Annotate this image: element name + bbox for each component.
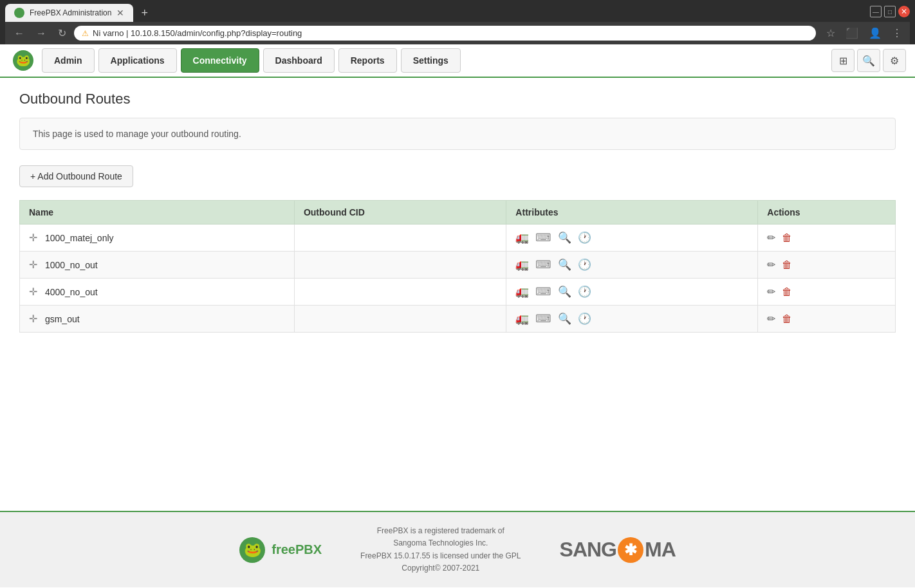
clock-icon: 🕐: [578, 258, 591, 271]
sangoma-prefix: SANG: [560, 538, 616, 562]
sangoma-suffix: MA: [645, 538, 676, 562]
browser-actions: ☆ ⬛ 👤 ⋮: [824, 26, 905, 41]
drag-handle[interactable]: ✛: [29, 313, 37, 324]
dialpad-icon: ⌨: [535, 231, 551, 244]
info-text: This page is used to manage your outboun…: [33, 129, 241, 139]
maximize-button[interactable]: □: [884, 6, 896, 17]
top-nav: 🐸 Admin Applications Connectivity Dashbo…: [0, 44, 915, 78]
dialpad-icon: ⌨: [535, 312, 551, 326]
attr-icons: 🚛 ⌨ 🔍 🕐: [515, 285, 748, 299]
attr-icons: 🚛 ⌨ 🔍 🕐: [515, 312, 748, 326]
outbound-cid-cell: [294, 306, 506, 333]
drag-handle[interactable]: ✛: [29, 286, 37, 297]
nav-gear-icon[interactable]: ⚙: [883, 49, 906, 72]
edit-icon[interactable]: ✏: [767, 313, 775, 325]
table-row: ✛ 1000_no_out 🚛 ⌨ 🔍 🕐 ✏ 🗑: [20, 252, 896, 279]
truck-icon: 🚛: [515, 258, 529, 271]
delete-icon[interactable]: 🗑: [782, 286, 792, 298]
col-header-actions: Actions: [758, 201, 896, 225]
nav-item-applications[interactable]: Applications: [98, 48, 177, 73]
attr-icons: 🚛 ⌨ 🔍 🕐: [515, 231, 748, 244]
tab-favicon: [14, 8, 24, 18]
footer-brand: freePBX: [272, 542, 322, 557]
table-header-row: Name Outbound CID Attributes Actions: [20, 201, 896, 225]
new-tab-button[interactable]: +: [136, 6, 153, 20]
nav-item-admin[interactable]: Admin: [42, 48, 95, 73]
dialpad-icon: ⌨: [535, 285, 551, 299]
action-icons: ✏ 🗑: [767, 259, 886, 271]
nav-grid-icon[interactable]: ⊞: [831, 49, 855, 72]
footer-legal-line3: FreePBX 15.0.17.55 is licensed under the…: [360, 550, 521, 562]
profile-icon[interactable]: 👤: [866, 26, 884, 41]
clock-icon: 🕐: [578, 312, 591, 326]
nav-item-settings[interactable]: Settings: [401, 48, 461, 73]
search-icon: 🔍: [558, 258, 571, 271]
close-button[interactable]: ✕: [898, 6, 910, 17]
footer: 🐸 freePBX FreePBX is a registered tradem…: [0, 511, 915, 587]
drag-handle[interactable]: ✛: [29, 259, 37, 270]
table-row: ✛ gsm_out 🚛 ⌨ 🔍 🕐 ✏ 🗑: [20, 306, 896, 333]
truck-icon: 🚛: [515, 231, 529, 244]
footer-legal-line1: FreePBX is a registered trademark of: [360, 525, 521, 537]
delete-icon[interactable]: 🗑: [782, 232, 792, 244]
tab-close-button[interactable]: ✕: [116, 8, 124, 18]
bookmark-icon[interactable]: ☆: [824, 26, 838, 41]
back-button[interactable]: ←: [10, 26, 28, 41]
edit-icon[interactable]: ✏: [767, 259, 775, 271]
main-content: Outbound Routes This page is used to man…: [0, 78, 915, 511]
outbound-cid-cell: [294, 225, 506, 252]
footer-logo: 🐸 freePBX: [239, 537, 322, 563]
col-header-attributes: Attributes: [506, 201, 758, 225]
action-icons: ✏ 🗑: [767, 313, 886, 325]
nav-item-reports[interactable]: Reports: [338, 48, 397, 73]
minimize-button[interactable]: —: [870, 6, 882, 17]
clock-icon: 🕐: [578, 285, 591, 299]
forward-button[interactable]: →: [32, 26, 50, 41]
footer-legal: FreePBX is a registered trademark of San…: [360, 525, 521, 574]
footer-sangoma: SANG ✱ MA: [560, 537, 676, 563]
nav-item-dashboard[interactable]: Dashboard: [263, 48, 335, 73]
extension-icon[interactable]: ⬛: [843, 26, 861, 41]
sangoma-asterisk-icon: ✱: [618, 537, 643, 563]
table-row: ✛ 1000_matej_only 🚛 ⌨ 🔍 🕐 ✏ 🗑: [20, 225, 896, 252]
edit-icon[interactable]: ✏: [767, 232, 775, 244]
truck-icon: 🚛: [515, 312, 529, 326]
table-row: ✛ 4000_no_out 🚛 ⌨ 🔍 🕐 ✏ 🗑: [20, 279, 896, 306]
attr-icons: 🚛 ⌨ 🔍 🕐: [515, 258, 748, 271]
reload-button[interactable]: ↻: [54, 26, 70, 41]
info-box: This page is used to manage your outboun…: [19, 118, 896, 150]
outbound-cid-cell: [294, 252, 506, 279]
nav-logo: 🐸: [6, 44, 40, 77]
add-button-label: + Add Outbound Route: [30, 171, 122, 181]
active-tab[interactable]: FreePBX Administration ✕: [5, 4, 133, 22]
browser-controls: ← → ↻ ⚠ Ni varno | 10.10.8.150/admin/con…: [5, 22, 910, 44]
footer-legal-line4: Copyright© 2007-2021: [360, 562, 521, 574]
outbound-cid-cell: [294, 279, 506, 306]
delete-icon[interactable]: 🗑: [782, 259, 792, 271]
logo-icon: 🐸: [13, 50, 33, 71]
col-header-cid: Outbound CID: [294, 201, 506, 225]
route-name: 4000_no_out: [45, 287, 98, 297]
nav-item-connectivity[interactable]: Connectivity: [181, 48, 259, 73]
route-name: gsm_out: [45, 314, 80, 324]
action-icons: ✏ 🗑: [767, 232, 886, 244]
address-bar[interactable]: ⚠ Ni varno | 10.10.8.150/admin/config.ph…: [74, 26, 816, 41]
tab-bar: FreePBX Administration ✕ + — □ ✕: [5, 4, 910, 22]
search-icon: 🔍: [558, 312, 571, 326]
nav-items: Admin Applications Connectivity Dashboar…: [40, 44, 829, 77]
url-text: Ni varno | 10.10.8.150/admin/config.php?…: [93, 28, 302, 38]
page-title: Outbound Routes: [19, 91, 896, 107]
tab-title: FreePBX Administration: [30, 8, 111, 17]
delete-icon[interactable]: 🗑: [782, 313, 792, 325]
action-icons: ✏ 🗑: [767, 286, 886, 298]
search-icon: 🔍: [558, 285, 571, 299]
dialpad-icon: ⌨: [535, 258, 551, 271]
add-outbound-route-button[interactable]: + Add Outbound Route: [19, 165, 133, 187]
menu-icon[interactable]: ⋮: [889, 26, 905, 41]
col-header-name: Name: [20, 201, 295, 225]
nav-search-icon[interactable]: 🔍: [857, 49, 880, 72]
drag-handle[interactable]: ✛: [29, 232, 37, 243]
route-name: 1000_matej_only: [45, 233, 114, 243]
footer-logo-icon: 🐸: [239, 537, 265, 563]
edit-icon[interactable]: ✏: [767, 286, 775, 298]
